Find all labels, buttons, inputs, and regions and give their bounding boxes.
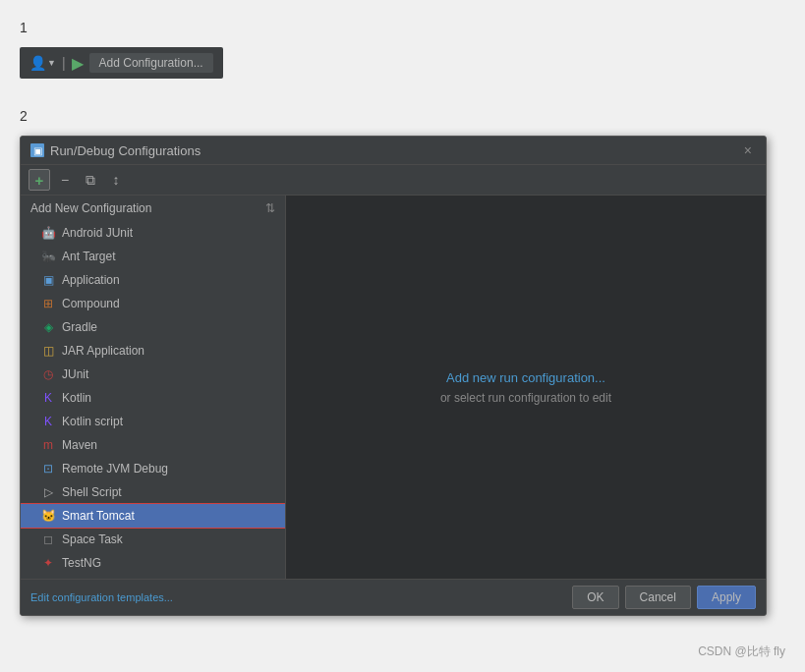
- list-item-junit[interactable]: ◷JUnit: [21, 363, 285, 386]
- person-dropdown[interactable]: 👤 ▼: [29, 55, 56, 71]
- right-panel: Add new run configuration... or select r…: [286, 196, 766, 579]
- dialog-body: Add New Configuration ⇅ 🤖Android JUnit🐜A…: [21, 196, 766, 579]
- run-debug-dialog: ▣ Run/Debug Configurations × + − ⧉ ↕ Add…: [20, 136, 767, 616]
- list-item-jar-application[interactable]: ◫JAR Application: [21, 339, 285, 363]
- green-arrow-icon[interactable]: ▶: [72, 54, 84, 73]
- ok-button[interactable]: OK: [572, 586, 618, 609]
- smart-tomcat-label: Smart Tomcat: [62, 509, 135, 523]
- testng-label: TestNG: [62, 556, 101, 570]
- add-new-config-row[interactable]: Add New Configuration ⇅: [21, 196, 285, 221]
- gradle-icon: ◈: [40, 319, 56, 335]
- jar-application-icon: ◫: [40, 343, 56, 359]
- space-task-label: Space Task: [62, 532, 123, 546]
- compound-label: Compound: [62, 297, 120, 310]
- list-item-compound[interactable]: ⊞Compound: [21, 292, 285, 315]
- config-list: 🤖Android JUnit🐜Ant Target▣Application⊞Co…: [21, 221, 285, 579]
- shell-script-icon: ▷: [40, 484, 56, 500]
- edit-templates-link[interactable]: Edit configuration templates...: [30, 591, 173, 603]
- list-item-xslt[interactable]: ✦XSLT: [21, 575, 285, 579]
- remote-jvm-icon: ⊡: [40, 461, 56, 476]
- smart-tomcat-icon: 🐱: [40, 508, 56, 524]
- add-configuration-button[interactable]: Add Configuration...: [89, 53, 213, 73]
- cancel-button[interactable]: Cancel: [625, 586, 691, 609]
- junit-icon: ◷: [40, 366, 56, 382]
- space-task-icon: ◻: [40, 532, 56, 547]
- list-item-remote-jvm[interactable]: ⊡Remote JVM Debug: [21, 457, 285, 480]
- jar-application-label: JAR Application: [62, 344, 144, 358]
- select-config-hint: or select run configuration to edit: [440, 391, 611, 405]
- kotlin-script-icon: K: [40, 414, 56, 429]
- kotlin-label: Kotlin: [62, 391, 91, 405]
- section-2: 2 ▣ Run/Debug Configurations × + − ⧉ ↕ A…: [20, 108, 785, 616]
- testng-icon: ✦: [40, 555, 56, 571]
- list-item-smart-tomcat[interactable]: 🐱Smart Tomcat: [21, 504, 285, 528]
- dialog-toolbar: + − ⧉ ↕: [21, 165, 766, 196]
- list-item-gradle[interactable]: ◈Gradle: [21, 315, 285, 339]
- list-item-testng[interactable]: ✦TestNG: [21, 551, 285, 575]
- chevron-down-icon: ▼: [47, 58, 56, 68]
- dialog-titlebar: ▣ Run/Debug Configurations ×: [21, 137, 766, 165]
- android-junit-icon: 🤖: [40, 225, 56, 241]
- dialog-title: Run/Debug Configurations: [50, 143, 201, 158]
- dialog-footer: Edit configuration templates... OK Cance…: [21, 579, 766, 615]
- list-item-kotlin[interactable]: KKotlin: [21, 386, 285, 410]
- list-item-maven[interactable]: mMaven: [21, 433, 285, 457]
- dialog-close-button[interactable]: ×: [740, 142, 756, 158]
- kotlin-icon: K: [40, 390, 56, 406]
- list-item-application[interactable]: ▣Application: [21, 268, 285, 292]
- step-2-label: 2: [20, 108, 785, 124]
- add-run-config-link[interactable]: Add new run configuration...: [446, 370, 605, 385]
- add-button[interactable]: +: [29, 169, 50, 191]
- android-junit-label: Android JUnit: [62, 226, 133, 240]
- title-left: ▣ Run/Debug Configurations: [30, 143, 201, 158]
- person-icon: 👤: [29, 55, 45, 71]
- shell-script-label: Shell Script: [62, 485, 122, 499]
- remove-button[interactable]: −: [54, 169, 76, 191]
- list-item-kotlin-script[interactable]: KKotlin script: [21, 410, 285, 433]
- sort-button[interactable]: ↕: [105, 169, 127, 191]
- junit-label: JUnit: [62, 367, 88, 381]
- list-item-ant-target[interactable]: 🐜Ant Target: [21, 245, 285, 268]
- gradle-label: Gradle: [62, 320, 97, 334]
- application-icon: ▣: [40, 272, 56, 288]
- list-item-android-junit[interactable]: 🤖Android JUnit: [21, 221, 285, 245]
- step-1-label: 1: [20, 20, 785, 35]
- kotlin-script-label: Kotlin script: [62, 415, 123, 428]
- remote-jvm-label: Remote JVM Debug: [62, 462, 168, 476]
- list-item-shell-script[interactable]: ▷Shell Script: [21, 480, 285, 504]
- section-1: 1 👤 ▼ | ▶ Add Configuration...: [20, 20, 785, 79]
- ant-target-icon: 🐜: [40, 249, 56, 264]
- sort-icon: ⇅: [265, 201, 275, 215]
- apply-button[interactable]: Apply: [697, 586, 756, 609]
- list-item-space-task[interactable]: ◻Space Task: [21, 528, 285, 551]
- compound-icon: ⊞: [40, 296, 56, 311]
- divider: |: [62, 55, 66, 71]
- dialog-app-icon: ▣: [30, 143, 44, 157]
- maven-label: Maven: [62, 438, 97, 452]
- ant-target-label: Ant Target: [62, 250, 115, 263]
- left-panel: Add New Configuration ⇅ 🤖Android JUnit🐜A…: [21, 196, 286, 579]
- footer-buttons: OK Cancel Apply: [572, 586, 756, 609]
- add-new-config-label: Add New Configuration: [30, 201, 151, 215]
- application-label: Application: [62, 273, 120, 287]
- toolbar-bar: 👤 ▼ | ▶ Add Configuration...: [20, 47, 223, 79]
- maven-icon: m: [40, 437, 56, 453]
- copy-button[interactable]: ⧉: [80, 169, 101, 191]
